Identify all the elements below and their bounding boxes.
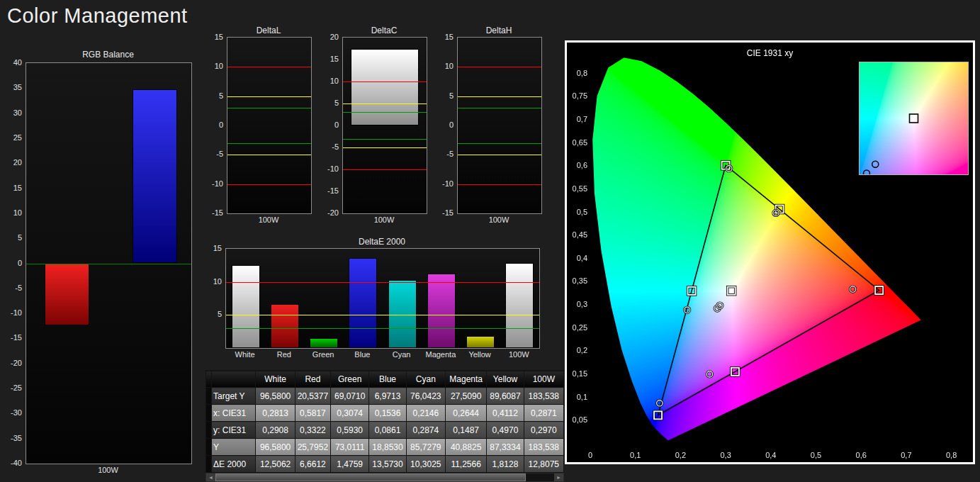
table-row-δe-2000: ΔE 200012,50626,66121,475913,573010,3025… [206,456,564,473]
y-axis-tick-label: -35 [6,434,22,442]
table-cell: 76,0423 [406,388,445,405]
table-cell: 183,538 [524,439,563,456]
y-axis-tick-label: 0 [205,121,223,129]
scrollbar-left-arrow-icon[interactable]: ◄ [206,473,215,481]
y-axis-tick-label: -10 [205,179,223,187]
magenta-bar [427,274,456,348]
table-cell: 0,3322 [295,422,330,439]
y-axis-tick-label: -15 [321,187,339,195]
reference-line [343,103,427,104]
y-axis-tick-label: 5 [436,91,454,99]
rgb-chart-title: RGB Balance [26,50,191,60]
x-axis-category-label: Blue [343,350,382,359]
reference-line [458,155,541,155]
measurement-table: WhiteRedGreenBlueCyanMagentaYellow100WTa… [205,370,564,473]
column-header-magenta: Magenta [445,371,486,388]
x-axis-category-label: 100W [500,350,539,359]
table-cell: 183,538 [524,388,563,405]
y-axis-tick-label: -5 [205,150,223,158]
reference-line [343,112,427,113]
table-cell: 0,2908 [256,422,295,439]
yellow-bar [466,336,495,348]
row-label: x: CIE31 [212,405,256,422]
table-cell: 0,1487 [445,422,486,439]
table-cell: 0,2874 [406,422,445,439]
deltae-chart-title: DeltaE 2000 [225,237,539,247]
row-gutter [206,456,212,473]
table-cell: 0,4970 [487,422,524,439]
x-axis-label: 100W [26,466,191,474]
y-axis-tick-label: 10 [321,77,339,85]
table-row-y:-cie31: y: CIE310,29080,33220,59300,08610,28740,… [206,422,564,439]
x-axis-category-label: Magenta [421,350,460,359]
table-row-y: Y96,580025,795273,011118,853085,727940,8… [206,439,564,456]
table-row-x:-cie31: x: CIE310,28130,58170,30740,15360,21460,… [206,405,564,422]
table-cell: 25,7952 [295,439,330,456]
row-gutter [206,422,212,439]
table-cell: 0,2970 [524,422,563,439]
x-axis-category-label: Green [304,350,343,359]
plot-area [26,62,192,464]
rgb-balance-chart: RGB Balance4035302520151050-5-10-15-20-2… [6,41,194,481]
corner-header [212,371,256,388]
blue-bar [133,89,177,263]
y-axis-tick-label: -15 [436,209,454,217]
deltac-chart-title: DeltaC [342,26,426,35]
table-cell: 0,2644 [445,405,486,422]
table-cell: 85,7279 [406,439,445,456]
row-label: Y [212,439,256,456]
reference-line [343,82,427,82]
table-cell: 0,5930 [331,422,369,439]
y-axis-tick-label: 15 [436,33,454,41]
x-axis-label: 100W [342,215,426,224]
y-axis-tick-label: 35 [6,84,22,91]
table-cell: 0,3074 [331,405,369,422]
delta-e-2000-chart: DeltaE 200015105WhiteRedGreenBlueCyanMag… [204,235,543,363]
column-header-yellow: Yellow [487,371,524,388]
column-header-green: Green [331,371,369,388]
color-management-window: Color Management RGB Balance403530252015… [0,0,980,482]
table-cell: 0,2871 [524,405,563,422]
table-cell: 18,8530 [369,439,406,456]
delta-h-chart: DeltaH151050-5-10-15100W [436,24,546,230]
scrollbar-right-arrow-icon[interactable]: ► [554,473,563,481]
row-label: Target Y [212,388,256,405]
blue-bar [349,258,377,348]
y-axis-tick-label: -30 [6,409,22,417]
column-header-100w: 100W [524,371,563,388]
row-label: y: CIE31 [212,422,256,439]
table-cell: 0,5817 [295,405,330,422]
table-cell: 27,5090 [445,388,486,405]
x-axis-category-label: Cyan [382,350,421,359]
reference-line [227,67,311,67]
table-cell: 69,0710 [331,388,369,405]
column-header-cyan: Cyan [406,371,445,388]
scrollbar-thumb[interactable] [215,473,526,481]
table-cell: 1,4759 [331,456,369,473]
y-axis-tick-label: 0 [6,259,22,267]
y-axis-tick-label: -10 [321,165,339,173]
table-cell: 40,8825 [445,439,486,456]
plot-area [225,248,540,349]
table-horizontal-scrollbar[interactable]: ◄ ► [205,473,564,482]
table-cell: 12,8075 [524,456,563,473]
y-axis-tick-label: 20 [6,159,22,167]
y-axis-tick-label: -10 [436,179,454,187]
y-axis-tick-label: -5 [436,150,454,158]
y-axis-tick-label: 30 [6,108,22,116]
table-cell: 6,9713 [369,388,406,405]
table-cell: 0,4112 [487,405,524,422]
reference-line [226,328,539,329]
y-axis-tick-label: 5 [321,99,339,107]
reference-line [458,67,541,67]
reference-line [227,96,311,97]
table-header-row: WhiteRedGreenBlueCyanMagentaYellow100W [206,371,564,388]
y-axis-tick-label: 15 [205,33,223,41]
y-axis-tick-label: -5 [321,143,339,151]
x-axis-category-label: White [225,350,264,359]
y-axis-tick-label: 10 [204,277,222,285]
table-cell: 89,6087 [487,388,524,405]
y-axis-tick-label: 15 [321,55,339,63]
table-cell: 0,1536 [369,405,406,422]
table-cell: 0,2146 [406,405,445,422]
